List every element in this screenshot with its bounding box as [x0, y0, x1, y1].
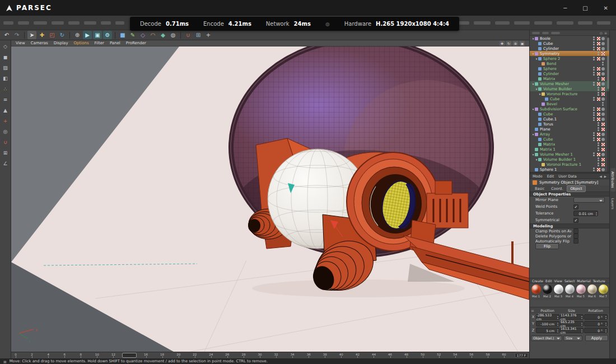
attr-dropdown-mirror-plane[interactable] [573, 197, 605, 203]
object-row-cube[interactable]: Cube [530, 137, 609, 142]
visibility-toggles[interactable] [593, 46, 595, 50]
menu-item-ghost[interactable] [18, 21, 29, 25]
visibility-toggles[interactable] [598, 127, 599, 131]
object-row-matrix[interactable]: Matrix [530, 76, 609, 81]
object-row-array[interactable]: ▾Array [530, 132, 609, 137]
viewport-menu-options[interactable]: Options [74, 41, 89, 45]
attr-field-tolerance[interactable]: 0.01 cm [573, 211, 598, 216]
material-menu-texture[interactable]: Texture [593, 279, 605, 283]
phong-tag[interactable] [601, 168, 605, 171]
attr-menu-user-data[interactable]: User Data [558, 174, 576, 179]
object-row-sphere-2[interactable]: ▾Sphere 2 [530, 56, 609, 61]
material-menu-create[interactable]: Create [532, 279, 543, 283]
viewport-3d-scene[interactable]: x z [11, 46, 529, 352]
attr-tab-coord[interactable]: Coord. [548, 186, 566, 192]
material-menu-material[interactable]: Material [577, 279, 590, 283]
material-tag[interactable] [597, 42, 600, 45]
phong-tag[interactable] [601, 97, 605, 101]
move-icon[interactable]: ✚ [38, 31, 46, 39]
edges-mode-icon[interactable]: ≡ [1, 96, 10, 104]
rotation-x-field[interactable]: 0 ° [584, 314, 608, 320]
rotate-icon[interactable]: ↻ [58, 31, 67, 39]
object-row-cube-1[interactable]: Cube.1 [530, 116, 609, 122]
render-settings-icon[interactable]: ⚙ [103, 31, 112, 39]
scale-icon[interactable]: ◰ [48, 31, 57, 39]
fields-icon[interactable]: ◍ [169, 31, 178, 39]
object-row-cylinder[interactable]: Cylinder [530, 71, 609, 76]
phong-tag[interactable] [601, 42, 605, 45]
phong-tag[interactable] [601, 118, 605, 121]
material-tag[interactable] [601, 87, 605, 91]
menu-item-ghost[interactable] [514, 21, 530, 25]
visibility-toggles[interactable] [593, 82, 595, 86]
menu-item-ghost[interactable] [3, 21, 13, 25]
render-to-picture-icon[interactable]: ▣ [93, 31, 102, 39]
viewport-filter-icon[interactable]: ◎ [1, 128, 10, 136]
workplane-mode-icon[interactable]: ◧ [1, 74, 10, 82]
pan-view-icon[interactable]: ✚ [500, 41, 505, 46]
material-swatch[interactable]: Mat 2 [542, 284, 552, 300]
om-menu-ghost[interactable] [551, 32, 560, 34]
visibility-toggles[interactable] [602, 102, 604, 106]
object-row-boole[interactable]: ▾Boole [530, 36, 609, 41]
om-menu-ghost[interactable] [542, 32, 549, 34]
attr-checkbox-symmetrical[interactable]: ✓ [573, 218, 578, 223]
material-tag[interactable] [601, 143, 605, 146]
phong-tag[interactable] [601, 57, 605, 60]
timeline-playhead[interactable] [122, 353, 137, 358]
material-menu-edit[interactable]: Edit [545, 279, 552, 283]
viewport-menu-prorender[interactable]: ProRender [126, 41, 146, 45]
material-tag[interactable] [597, 113, 600, 116]
texture-mode-icon[interactable]: ▨ [1, 64, 10, 72]
menu-item-ghost[interactable] [495, 21, 510, 25]
snap-settings-icon[interactable]: ∪ [1, 138, 10, 146]
material-tag[interactable] [597, 138, 600, 141]
convert-object-icon[interactable]: ◇ [1, 43, 10, 50]
object-row-voronoi-fracture-1[interactable]: Voronoi Fracture 1 [530, 162, 609, 167]
render-view-icon[interactable]: ▶ [83, 31, 92, 39]
viewport-menu-view[interactable]: View [16, 41, 25, 45]
material-tag[interactable] [597, 67, 600, 71]
visibility-toggles[interactable] [598, 157, 599, 161]
phong-tag[interactable] [601, 67, 605, 71]
object-row-cube[interactable]: Cube [530, 111, 609, 116]
phong-tag[interactable] [601, 133, 605, 136]
object-row-cube[interactable]: Cube [530, 41, 609, 46]
material-tag[interactable] [601, 148, 605, 151]
position-z-field[interactable]: 5 cm [536, 328, 559, 333]
rotation-z-field[interactable]: 0 ° [584, 328, 608, 333]
viewport-menu-panel[interactable]: Panel [110, 41, 120, 45]
live-selection-icon[interactable]: ➤ [27, 31, 36, 39]
material-swatch[interactable]: Mat 6 [587, 284, 597, 300]
visibility-toggles[interactable] [598, 52, 599, 55]
search-icon[interactable]: ◎ [600, 31, 603, 35]
viewport-menu-filter[interactable]: Filter [95, 41, 104, 45]
coord-mode-dropdown[interactable]: Object (Rel.) [531, 335, 562, 341]
menu-item-ghost[interactable] [68, 21, 80, 25]
visibility-toggles[interactable] [593, 137, 595, 141]
material-tag[interactable] [597, 118, 600, 121]
visibility-toggles[interactable] [598, 87, 599, 91]
flip-button[interactable]: Flip [535, 243, 559, 249]
material-tag[interactable] [601, 163, 605, 166]
phong-tag[interactable] [601, 82, 605, 86]
timeline-ruler[interactable]: 0246810121416182022242628303234363840424… [11, 352, 529, 358]
object-row-torus[interactable]: Torus [530, 122, 609, 127]
object-row-cylinder[interactable]: Cylinder [530, 46, 609, 51]
material-tag[interactable] [597, 97, 600, 101]
quantize-icon[interactable]: ∠ [1, 160, 10, 167]
size-x-field[interactable]: 1143.376 cm [560, 314, 584, 320]
primitive-cube-icon[interactable]: ■ [118, 31, 127, 39]
visibility-toggles[interactable] [593, 36, 595, 40]
visibility-toggles[interactable] [593, 117, 595, 121]
visibility-toggles[interactable] [593, 107, 595, 111]
object-row-voronoi-fracture[interactable]: ▾Voronoi Fracture [530, 91, 609, 96]
viewport-menu-display[interactable]: Display [54, 41, 68, 45]
object-row-bend[interactable]: Bend [530, 61, 609, 66]
timeline-end-field[interactable]: 177 F [515, 353, 528, 358]
material-tag[interactable] [601, 123, 605, 126]
object-row-matrix-1[interactable]: Matrix 1 [530, 147, 609, 152]
enable-axis-icon[interactable]: + [1, 117, 10, 125]
phong-tag[interactable] [601, 113, 605, 116]
forward-icon[interactable]: ▶ [604, 175, 606, 178]
